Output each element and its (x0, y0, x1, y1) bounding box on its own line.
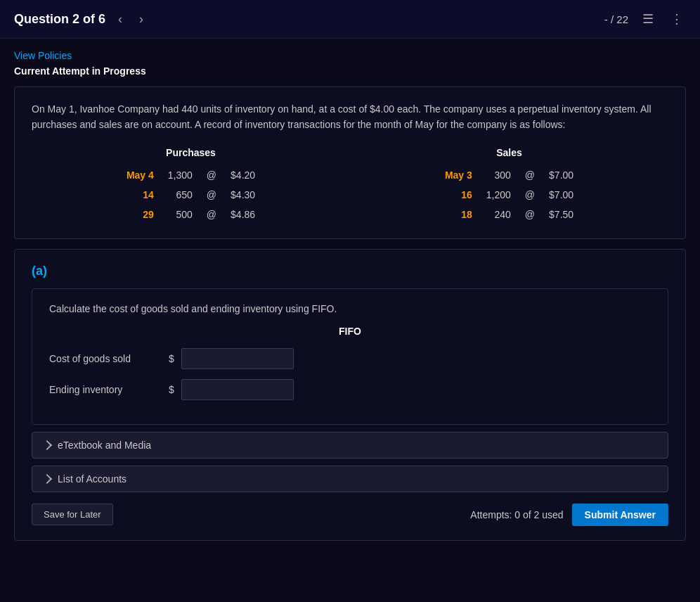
purchase-qty-2: 650 (161, 185, 200, 205)
etextbook-label: eTextbook and Media (58, 440, 151, 451)
list-icon-btn[interactable]: ☰ (640, 10, 656, 28)
top-bar-left: Question 2 of 6 ‹ › (14, 11, 148, 28)
purchase-price-2: $4.30 (223, 185, 262, 205)
purchase-date-1: May 4 (119, 165, 161, 185)
ending-inventory-row: Ending inventory $ (49, 379, 651, 400)
ending-inventory-label: Ending inventory (49, 384, 162, 395)
purchases-group: Purchases May 4 1,300 @ $4.20 14 650 @ (119, 147, 262, 224)
sale-price-1: $7.00 (542, 165, 581, 185)
sales-group: Sales May 3 300 @ $7.00 16 1,200 @ (438, 147, 581, 224)
ending-dollar-sign: $ (169, 384, 174, 395)
instruction-text: Calculate the cost of goods sold and end… (49, 303, 651, 314)
cost-of-goods-row: Cost of goods sold $ (49, 348, 651, 369)
prev-arrow[interactable]: ‹ (114, 11, 127, 28)
sales-table: May 3 300 @ $7.00 16 1,200 @ $7.00 1 (438, 165, 581, 224)
purchase-qty-1: 1,300 (161, 165, 200, 185)
sale-date-2: 16 (438, 185, 479, 205)
accounts-btn[interactable]: List of Accounts (32, 466, 668, 492)
sale-date-3: 18 (438, 205, 479, 224)
table-row: May 4 1,300 @ $4.20 (119, 165, 262, 185)
accounts-label: List of Accounts (58, 473, 127, 485)
part-a-label: (a) (32, 264, 668, 278)
current-attempt-label: Current Attempt in Progress (14, 65, 686, 77)
attempts-text: Attempts: 0 of 2 used (470, 509, 563, 520)
table-row: May 3 300 @ $7.00 (438, 165, 581, 185)
sale-at-1: @ (518, 165, 542, 185)
sale-price-2: $7.00 (542, 185, 581, 205)
question-box: On May 1, Ivanhoe Company had 440 units … (14, 87, 686, 239)
purchase-date-2: 14 (119, 185, 161, 205)
right-actions: Attempts: 0 of 2 used Submit Answer (470, 504, 668, 526)
purchase-at-1: @ (200, 165, 223, 185)
table-row: 18 240 @ $7.50 (438, 205, 581, 224)
page-content: View Policies Current Attempt in Progres… (0, 39, 700, 552)
purchases-header: Purchases (119, 147, 262, 158)
purchase-at-3: @ (200, 205, 223, 224)
top-bar: Question 2 of 6 ‹ › - / 22 ☰ ⋮ (0, 0, 700, 39)
inner-answer-box: Calculate the cost of goods sold and end… (32, 288, 668, 425)
ending-inventory-input[interactable] (181, 379, 294, 400)
purchase-qty-3: 500 (161, 205, 200, 224)
sale-qty-2: 1,200 (479, 185, 518, 205)
top-bar-right: - / 22 ☰ ⋮ (604, 10, 686, 28)
cost-of-goods-label: Cost of goods sold (49, 353, 162, 364)
sale-date-1: May 3 (438, 165, 479, 185)
next-arrow[interactable]: › (135, 11, 148, 28)
question-title: Question 2 of 6 (14, 12, 105, 27)
save-later-button[interactable]: Save for Later (32, 504, 113, 525)
submit-answer-button[interactable]: Submit Answer (572, 504, 668, 526)
view-policies-link[interactable]: View Policies (14, 50, 686, 61)
purchases-table: May 4 1,300 @ $4.20 14 650 @ $4.30 2 (119, 165, 262, 224)
purchase-date-3: 29 (119, 205, 161, 224)
cost-dollar-sign: $ (169, 353, 174, 364)
fifo-label: FIFO (49, 326, 651, 337)
sale-at-2: @ (518, 185, 542, 205)
table-row: 16 1,200 @ $7.00 (438, 185, 581, 205)
sales-header: Sales (438, 147, 581, 158)
purchase-at-2: @ (200, 185, 223, 205)
cost-of-goods-input[interactable] (181, 348, 294, 369)
tables-wrapper: Purchases May 4 1,300 @ $4.20 14 650 @ (32, 147, 668, 224)
score-display: - / 22 (604, 13, 628, 25)
answer-section: (a) Calculate the cost of goods sold and… (14, 249, 686, 541)
bottom-row: Save for Later Attempts: 0 of 2 used Sub… (32, 504, 668, 526)
table-row: 14 650 @ $4.30 (119, 185, 262, 205)
sale-qty-1: 300 (479, 165, 518, 185)
etextbook-btn[interactable]: eTextbook and Media (32, 432, 668, 459)
more-options-btn[interactable]: ⋮ (668, 10, 686, 28)
purchase-price-1: $4.20 (223, 165, 262, 185)
question-text: On May 1, Ivanhoe Company had 440 units … (32, 101, 668, 133)
sale-price-3: $7.50 (542, 205, 581, 224)
sale-at-3: @ (518, 205, 542, 224)
sale-qty-3: 240 (479, 205, 518, 224)
purchase-price-3: $4.86 (223, 205, 262, 224)
table-row: 29 500 @ $4.86 (119, 205, 262, 224)
